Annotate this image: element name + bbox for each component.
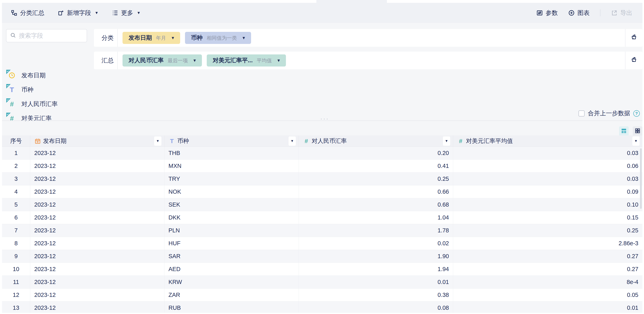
summary-row-label: 汇总 (94, 56, 117, 65)
summary-row: 汇总 对人民币汇率 最后一项 ▼ 对美元汇率平... 平均值 ▼ (94, 52, 642, 69)
field-label: 对人民币汇率 (21, 100, 58, 108)
column-dropdown-button[interactable]: ▼ (632, 136, 640, 146)
toolbar-right-group: 参数 图表 导出 (536, 9, 632, 17)
cell-cny-rate: 0.25 (299, 172, 453, 185)
card-view-toggle[interactable] (633, 126, 642, 136)
parameters-button[interactable]: 参数 (536, 9, 558, 17)
column-header-publish-date[interactable]: M 发布日期 ▼ (30, 136, 164, 146)
vertical-scrollbar-thumb[interactable] (640, 148, 642, 209)
main-content: 发布日期 T 币种 # 对人民币汇率 # 对美 (2, 23, 642, 313)
cell-usd-rate-avg: 0.01 (453, 302, 642, 313)
table-row[interactable]: 8 2023-12 HUF 0.02 2.86e-3 (2, 237, 642, 250)
result-table: 序号 M 发布日期 ▼ T 币种 ▼ (2, 136, 642, 313)
list-icon (112, 10, 118, 16)
cell-cny-rate: 1.90 (299, 250, 453, 262)
more-label: 更多 (121, 9, 133, 17)
help-icon[interactable]: ? (633, 110, 640, 117)
table-row[interactable]: 1 2023-12 THB 0.20 0.03 (2, 147, 642, 160)
column-header-usd-rate-avg[interactable]: # 对美元汇率平均值 ▼ (453, 136, 642, 146)
chip-qualifier: 相同值为一类 (207, 35, 237, 41)
export-button[interactable]: 导出 (611, 9, 632, 17)
add-field-button[interactable]: 新增字段 ▼ (58, 9, 98, 17)
selected-check-badge (6, 70, 11, 75)
table-row[interactable]: 13 2023-12 RUB 0.08 0.01 (2, 302, 642, 313)
cell-currency: AED (164, 263, 299, 276)
column-dropdown-button[interactable]: ▼ (154, 136, 162, 146)
merge-checkbox[interactable] (578, 110, 584, 116)
table-row[interactable]: 11 2023-12 KRW 0.01 8e-4 (2, 276, 642, 288)
chip-name: 对人民币汇率 (128, 56, 164, 64)
table-row[interactable]: 3 2023-12 TRY 0.25 0.03 (2, 172, 642, 186)
cell-index: 9 (2, 250, 30, 262)
column-header-cny-rate[interactable]: # 对人民币汇率 ▼ (299, 136, 453, 146)
table-row[interactable]: 12 2023-12 ZAR 0.38 0.05 (2, 288, 642, 302)
cell-usd-rate-avg: 0.09 (453, 186, 642, 198)
sidebar-field-cny-rate[interactable]: # 对人民币汇率 (8, 99, 58, 109)
classify-summary-label: 分类汇总 (20, 9, 44, 17)
cell-publish-date: 2023-12 (30, 211, 164, 224)
chip-publish-date[interactable]: 发布日期 年月 ▼ (122, 32, 180, 44)
merge-previous-step-row: 合并上一步数据 ? (578, 109, 640, 118)
cell-publish-date: 2023-12 (30, 224, 164, 237)
table-row[interactable]: 10 2023-12 AED 1.94 0.27 (2, 263, 642, 276)
toolbar: 分类汇总 新增字段 ▼ 更多 ▼ (2, 3, 642, 23)
grid-view-icon (634, 128, 640, 135)
selected-check-badge (6, 112, 11, 118)
chip-name: 币种 (191, 34, 203, 42)
selected-check-badge (6, 84, 11, 90)
cell-publish-date: 2023-12 (30, 237, 164, 250)
table-view-toggle[interactable] (619, 126, 629, 136)
table-row[interactable]: 4 2023-12 NOK 0.66 0.09 (2, 186, 642, 198)
table-row[interactable]: 5 2023-12 SEK 0.68 0.10 (2, 198, 642, 211)
cell-usd-rate-avg: 0.15 (453, 211, 642, 224)
more-button[interactable]: 更多 ▼ (112, 9, 141, 17)
chip-currency[interactable]: 币种 相同值为一类 ▼ (185, 32, 251, 44)
cell-index: 3 (2, 172, 30, 185)
column-header-currency[interactable]: T 币种 ▼ (164, 136, 299, 146)
column-header-index[interactable]: 序号 (2, 136, 30, 146)
cell-currency: KRW (164, 276, 299, 288)
clear-category-button[interactable] (625, 29, 642, 47)
selected-check-badge (6, 98, 11, 104)
hierarchy-icon (11, 10, 17, 16)
chip-usd-rate-avg[interactable]: 对美元汇率平... 平均值 ▼ (207, 54, 286, 66)
table-body: 1 2023-12 THB 0.20 0.03 2 2023-12 MXN 0.… (2, 147, 642, 313)
cell-index: 7 (2, 224, 30, 237)
chevron-down-icon[interactable]: ▼ (193, 58, 197, 63)
table-row[interactable]: 2 2023-12 MXN 0.41 0.06 (2, 160, 642, 172)
table-row[interactable]: 6 2023-12 DKK 1.04 0.15 (2, 211, 642, 224)
chart-button[interactable]: 图表 (568, 9, 590, 17)
toolbar-left-group: 分类汇总 新增字段 ▼ 更多 ▼ (11, 9, 141, 17)
table-row[interactable]: 7 2023-12 PLN 1.78 0.25 (2, 224, 642, 237)
chart-label: 图表 (578, 9, 590, 17)
chevron-down-icon[interactable]: ▼ (242, 36, 246, 40)
cell-currency: PLN (164, 224, 299, 237)
parameters-label: 参数 (546, 9, 558, 17)
search-input[interactable] (19, 32, 83, 39)
cell-index: 11 (2, 276, 30, 288)
cell-publish-date: 2023-12 (30, 288, 164, 301)
clear-summary-button[interactable] (625, 52, 642, 69)
table-view-icon (621, 128, 627, 135)
sidebar-field-usd-rate[interactable]: # 对美元汇率 (8, 113, 52, 124)
cell-index: 1 (2, 147, 30, 160)
column-dropdown-button[interactable]: ▼ (288, 136, 296, 146)
cell-currency: HUF (164, 237, 299, 250)
chip-qualifier: 最后一项 (168, 57, 188, 64)
cell-currency: DKK (164, 211, 299, 224)
sidebar-field-publish-date[interactable]: 发布日期 (8, 70, 46, 80)
top-tab-notch (316, 0, 387, 3)
cell-cny-rate: 0.66 (299, 186, 453, 198)
classify-summary-button[interactable]: 分类汇总 (11, 9, 44, 17)
cell-usd-rate-avg: 0.25 (453, 224, 642, 237)
sidebar-field-currency[interactable]: T 币种 (8, 84, 34, 95)
cell-publish-date: 2023-12 (30, 250, 164, 262)
chip-cny-rate[interactable]: 对人民币汇率 最后一项 ▼ (122, 54, 202, 66)
column-dropdown-button[interactable]: ▼ (443, 136, 450, 146)
chevron-down-icon[interactable]: ▼ (277, 58, 281, 63)
table-row[interactable]: 9 2023-12 SAR 1.90 0.27 (2, 250, 642, 263)
number-icon: # (457, 138, 464, 144)
panel-resize-handle[interactable]: ··· (318, 116, 332, 122)
chevron-down-icon[interactable]: ▼ (171, 36, 175, 40)
cell-publish-date: 2023-12 (30, 263, 164, 276)
